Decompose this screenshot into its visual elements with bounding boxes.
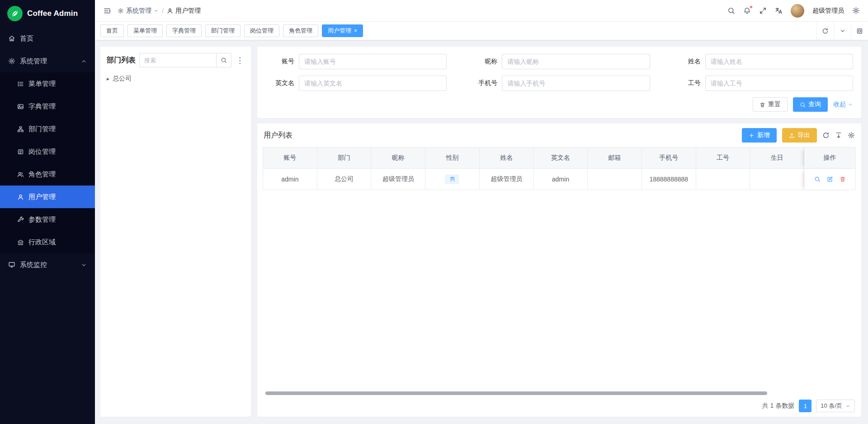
users-icon bbox=[17, 171, 24, 178]
sidebar-item-admin-region[interactable]: 行政区域 bbox=[0, 231, 95, 253]
scrollbar-thumb[interactable] bbox=[265, 391, 767, 395]
notifications-button[interactable] bbox=[743, 7, 751, 14]
column-header-job-number[interactable]: 工号 bbox=[696, 148, 750, 169]
cell-email bbox=[588, 169, 642, 190]
sidebar-item-system-management[interactable]: 系统管理 bbox=[0, 50, 95, 72]
tab-label: 角色管理 bbox=[289, 27, 312, 35]
column-header-name[interactable]: 姓名 bbox=[480, 148, 534, 169]
department-more-button[interactable]: ⋮ bbox=[235, 56, 245, 65]
caret-right-icon[interactable]: ▸ bbox=[107, 76, 109, 82]
bank-icon bbox=[17, 239, 24, 246]
settings-button[interactable] bbox=[852, 7, 860, 14]
tab-menu-management[interactable]: 菜单管理 bbox=[127, 24, 163, 37]
sidebar-item-role-management[interactable]: 角色管理 bbox=[0, 163, 95, 186]
breadcrumb-item-system[interactable]: 系统管理 bbox=[118, 7, 159, 15]
column-header-english-name[interactable]: 英文名 bbox=[534, 148, 588, 169]
tab-dict-management[interactable]: 字典管理 bbox=[166, 24, 202, 37]
department-panel-title: 部门列表 bbox=[107, 56, 136, 65]
layout-box-icon bbox=[856, 28, 863, 34]
sidebar-item-dict-management[interactable]: 字典管理 bbox=[0, 95, 95, 118]
tab-role-management[interactable]: 角色管理 bbox=[283, 24, 318, 37]
table-empty-area bbox=[263, 190, 856, 391]
tab-dept-management[interactable]: 部门管理 bbox=[205, 24, 241, 37]
sidebar-item-dept-management[interactable]: 部门管理 bbox=[0, 118, 95, 140]
refresh-page-button[interactable] bbox=[816, 22, 834, 40]
cell-gender: 男 bbox=[425, 169, 480, 190]
table-row[interactable]: admin 总公司 超级管理员 男 超级管理员 admin 1888888888… bbox=[263, 169, 855, 190]
horizontal-scrollbar[interactable] bbox=[264, 391, 855, 396]
collapse-sidebar-button[interactable] bbox=[103, 7, 111, 15]
home-icon bbox=[8, 35, 15, 42]
user-icon bbox=[17, 194, 24, 200]
nickname-input[interactable] bbox=[502, 54, 650, 69]
cell-account: admin bbox=[263, 169, 317, 190]
cell-name: 超级管理员 bbox=[480, 169, 534, 190]
chevron-up-icon bbox=[848, 102, 853, 107]
tab-user-management[interactable]: 用户管理 × bbox=[322, 24, 363, 37]
column-header-department[interactable]: 部门 bbox=[317, 148, 372, 169]
app-root: Coffee Admin 首页 系统管理 菜单管理 字典管理 部门管理 bbox=[0, 0, 868, 424]
avatar[interactable] bbox=[791, 4, 804, 18]
breadcrumb-label: 用户管理 bbox=[175, 7, 201, 15]
content-fullscreen-button[interactable] bbox=[851, 22, 868, 40]
department-search-input[interactable] bbox=[139, 53, 216, 67]
field-label: 手机号 bbox=[468, 79, 497, 87]
pagination: 共 1 条数据 1 10 条/页 bbox=[263, 398, 856, 417]
current-username[interactable]: 超级管理员 bbox=[812, 7, 844, 15]
sidebar-item-home[interactable]: 首页 bbox=[0, 27, 95, 50]
tabbar-tools bbox=[816, 22, 868, 40]
export-button[interactable]: 导出 bbox=[782, 128, 817, 143]
field-english-name: 英文名 bbox=[265, 76, 447, 91]
column-header-account[interactable]: 账号 bbox=[263, 148, 317, 169]
department-search-button[interactable] bbox=[216, 53, 231, 67]
sidebar-item-post-management[interactable]: 岗位管理 bbox=[0, 140, 95, 163]
column-header-phone[interactable]: 手机号 bbox=[642, 148, 696, 169]
close-tab-icon[interactable]: × bbox=[354, 28, 357, 33]
query-button[interactable]: 查询 bbox=[793, 97, 828, 112]
name-input[interactable] bbox=[705, 54, 853, 69]
column-header-gender[interactable]: 性别 bbox=[425, 148, 480, 169]
view-user-button[interactable] bbox=[814, 176, 821, 182]
collapse-filter-button[interactable]: 收起 bbox=[833, 100, 853, 109]
topbar: 系统管理 / 用户管理 超级管理员 bbox=[95, 0, 868, 22]
sidebar-item-user-management[interactable]: 用户管理 bbox=[0, 186, 95, 208]
account-input[interactable] bbox=[299, 54, 447, 69]
tab-post-management[interactable]: 岗位管理 bbox=[244, 24, 279, 37]
sidebar-item-system-monitor[interactable]: 系统监控 bbox=[0, 253, 95, 276]
column-header-email[interactable]: 邮箱 bbox=[588, 148, 642, 169]
language-button[interactable] bbox=[775, 7, 783, 14]
breadcrumb-item-user: 用户管理 bbox=[167, 7, 201, 15]
chevron-down-icon bbox=[845, 404, 850, 409]
english-name-input[interactable] bbox=[299, 76, 447, 91]
global-search-button[interactable] bbox=[727, 7, 735, 14]
column-header-nickname[interactable]: 昵称 bbox=[371, 148, 425, 169]
user-list-header: 用户列表 新增 导出 bbox=[263, 124, 856, 147]
delete-user-button[interactable] bbox=[840, 176, 846, 182]
sidebar-item-param-management[interactable]: 参数管理 bbox=[0, 208, 95, 231]
user-list-title: 用户列表 bbox=[264, 131, 292, 140]
sidebar-item-menu-management[interactable]: 菜单管理 bbox=[0, 72, 95, 95]
tab-label: 字典管理 bbox=[172, 27, 196, 35]
image-icon bbox=[17, 103, 24, 110]
refresh-icon bbox=[822, 28, 829, 34]
tab-home[interactable]: 首页 bbox=[100, 24, 124, 37]
cell-english-name: admin bbox=[534, 169, 588, 190]
collapse-label: 收起 bbox=[833, 100, 846, 109]
reset-button[interactable]: 重置 bbox=[753, 97, 788, 112]
cell-nickname: 超级管理员 bbox=[371, 169, 425, 190]
page-size-select[interactable]: 10 条/页 bbox=[816, 400, 855, 412]
tab-label: 部门管理 bbox=[211, 27, 235, 35]
fullscreen-button[interactable] bbox=[759, 7, 767, 14]
gear-icon bbox=[852, 7, 860, 14]
tab-actions-dropdown[interactable] bbox=[834, 22, 851, 40]
refresh-table-button[interactable] bbox=[822, 132, 830, 139]
column-header-birthday[interactable]: 生日 bbox=[750, 148, 804, 169]
page-number-button[interactable]: 1 bbox=[799, 400, 811, 412]
add-user-button[interactable]: 新增 bbox=[742, 128, 777, 143]
table-settings-button[interactable] bbox=[848, 132, 855, 139]
import-button[interactable] bbox=[835, 132, 842, 139]
tree-node-head-office[interactable]: ▸ 总公司 bbox=[107, 74, 245, 84]
edit-user-button[interactable] bbox=[827, 176, 833, 182]
job-number-input[interactable] bbox=[705, 76, 853, 91]
phone-input[interactable] bbox=[502, 76, 650, 91]
